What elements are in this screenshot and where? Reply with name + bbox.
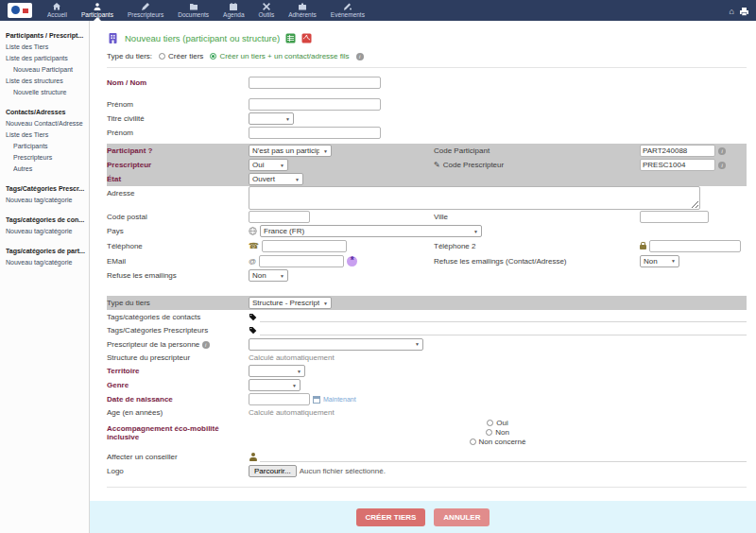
- telephone-2-input[interactable]: [649, 240, 741, 252]
- date-naissance-input[interactable]: [249, 393, 310, 405]
- person-icon: [249, 453, 257, 461]
- card-icon: [299, 3, 306, 10]
- form-row-logo: Logo Parcourir...Aucun fichier sélection…: [107, 463, 747, 479]
- chevron-down-icon: ▼: [671, 258, 676, 264]
- radio-icon[interactable]: [159, 53, 165, 60]
- globe-icon: [249, 227, 257, 235]
- sidebar-item-liste-des-participants[interactable]: Liste des participants: [6, 53, 87, 64]
- tags-contacts-field[interactable]: [260, 311, 747, 322]
- prescripteur-select[interactable]: Oui▼: [249, 159, 288, 171]
- radio-icon[interactable]: [470, 438, 476, 445]
- sidebar-section-tags-participants: Tags/catégories de part...: [6, 246, 87, 257]
- sidebar-item-nouveau-tag-2[interactable]: Nouveau tag/catégorie: [6, 226, 87, 237]
- maintenant-link[interactable]: Maintenant: [323, 396, 356, 403]
- genre-label: Genre: [107, 381, 249, 389]
- home-icon: [53, 3, 60, 10]
- refuse-emailings-contact-select[interactable]: Non▼: [640, 255, 679, 267]
- sidebar-item-liste-des-tiers[interactable]: Liste des Tiers: [6, 42, 87, 53]
- adresse-textarea[interactable]: [249, 186, 700, 210]
- territoire-label: Territoire: [107, 367, 249, 375]
- sidebar-item-nouveau-participant[interactable]: Nouveau Participant: [6, 64, 87, 76]
- nav-participants[interactable]: Participants: [80, 0, 114, 21]
- nav-evenements[interactable]: Evénements: [330, 0, 366, 21]
- logo-label: Logo: [107, 467, 249, 475]
- chevron-down-icon: ▼: [292, 383, 297, 388]
- parcourir-button[interactable]: Parcourir...: [249, 465, 297, 477]
- info-icon: i: [202, 341, 210, 349]
- code-participant-label: Code Participant: [434, 146, 640, 155]
- annuler-button[interactable]: ANNULER: [434, 508, 490, 526]
- genre-select[interactable]: ▼: [249, 379, 301, 391]
- nav-adherents[interactable]: Adhérents: [287, 0, 318, 21]
- print-icon[interactable]: [740, 8, 748, 16]
- participant-select[interactable]: N'est pas un particip...▼: [249, 145, 332, 157]
- app-logo[interactable]: [8, 3, 32, 18]
- tools-icon: [263, 3, 270, 10]
- sidebar-item-nouveau-tag-1[interactable]: Nouveau tag/catégorie: [6, 195, 87, 206]
- sidebar-item-autres[interactable]: Autres: [6, 163, 87, 175]
- nav-accueil[interactable]: Accueil: [46, 0, 68, 21]
- form-row-pays: Pays France (FR)▼: [107, 224, 747, 238]
- prenom-2-label: Prénom: [107, 129, 249, 137]
- pays-select[interactable]: France (FR)▼: [260, 225, 482, 237]
- radio-creer-tiers-contact[interactable]: Créer un tiers + un contact/adresse fils: [210, 52, 349, 60]
- calendar-picker-icon[interactable]: [313, 396, 320, 404]
- nav-documents[interactable]: Documents: [177, 0, 210, 21]
- sidebar-item-liste-des-structures[interactable]: Liste des structures: [6, 76, 87, 87]
- sidebar-item-nouvelle-structure[interactable]: Nouvelle structure: [6, 87, 87, 98]
- top-navbar: Accueil Participants Prescripteurs Docum…: [0, 0, 756, 21]
- nav-prescripteurs[interactable]: Prescripteurs: [127, 0, 164, 21]
- conseiller-field[interactable]: [260, 451, 747, 462]
- sidebar-item-liste-des-tiers-2[interactable]: Liste des Tiers: [6, 129, 87, 141]
- refuse-emailings-contact-label: Refuse les emailings (Contact/Adresse): [434, 257, 640, 266]
- tags-prescripteurs-field[interactable]: [260, 324, 747, 335]
- sidebar-item-nouveau-tag-3[interactable]: Nouveau tag/catégorie: [6, 257, 87, 268]
- form-row-prenom-2: Prénom: [107, 126, 747, 140]
- email-generate-icon[interactable]: *: [347, 256, 357, 266]
- nav-label: Accueil: [47, 11, 67, 18]
- radio-icon[interactable]: [486, 429, 492, 436]
- chevron-down-icon: ▼: [323, 301, 328, 306]
- form-row-conseiller: Affecter un conseiller: [107, 450, 747, 463]
- code-prescripteur-input[interactable]: [640, 159, 715, 171]
- info-icon: i: [718, 147, 726, 155]
- refuse-emailings-select[interactable]: Non▼: [249, 269, 288, 282]
- form-row-adresse: Adresse: [107, 186, 747, 210]
- info-icon: i: [356, 53, 364, 60]
- nav-outils[interactable]: Outils: [258, 0, 276, 21]
- form-row-prenom-1: Prénom: [107, 97, 747, 112]
- tag-icon: [249, 326, 257, 335]
- email-input[interactable]: [259, 255, 344, 267]
- etat-select[interactable]: Ouvert▼: [249, 173, 303, 185]
- left-sidebar: Participants / Prescript... Liste des Ti…: [0, 21, 90, 533]
- telephone-input[interactable]: [262, 240, 347, 252]
- home-icon[interactable]: ⌂: [730, 7, 734, 16]
- sidebar-item-nouveau-contact-adresse[interactable]: Nouveau Contact/Adresse: [6, 118, 87, 129]
- sidebar-item-prescripteurs[interactable]: Prescripteurs: [6, 152, 87, 163]
- radio-eco-oui[interactable]: Oui: [487, 419, 507, 427]
- export-pdf-icon[interactable]: [301, 33, 312, 43]
- ville-label: Ville: [434, 213, 640, 221]
- nom-input[interactable]: [249, 77, 381, 89]
- type-tiers-select[interactable]: Structure - Prescript...▼: [249, 297, 332, 309]
- radio-icon[interactable]: [487, 420, 493, 426]
- export-excel-icon[interactable]: [285, 33, 296, 43]
- prenom-2-input[interactable]: [249, 127, 381, 139]
- ville-input[interactable]: [640, 211, 709, 223]
- code-postal-input[interactable]: [249, 211, 310, 223]
- main-panel: Nouveau tiers (participant ou structure)…: [90, 21, 756, 501]
- sidebar-item-participants[interactable]: Participants: [6, 141, 87, 152]
- titre-civilite-select[interactable]: ▼: [249, 112, 294, 125]
- prenom-input[interactable]: [249, 98, 381, 111]
- creer-tiers-button[interactable]: CRÉER TIERS: [356, 508, 426, 526]
- radio-eco-non[interactable]: Non: [486, 428, 509, 437]
- territoire-select[interactable]: ▼: [249, 365, 305, 377]
- structure-prescripteur-value: Calculé automatiquement: [249, 353, 747, 362]
- code-participant-input[interactable]: [640, 145, 715, 157]
- page-title: Nouveau tiers (participant ou structure): [125, 33, 280, 43]
- radio-creer-tiers[interactable]: Créer tiers: [159, 52, 203, 60]
- radio-icon-selected[interactable]: [210, 53, 216, 60]
- nav-agenda[interactable]: Agenda: [222, 0, 245, 21]
- radio-eco-non-concerne[interactable]: Non concerné: [470, 438, 526, 446]
- prescripteur-personne-select[interactable]: ▼: [249, 338, 423, 351]
